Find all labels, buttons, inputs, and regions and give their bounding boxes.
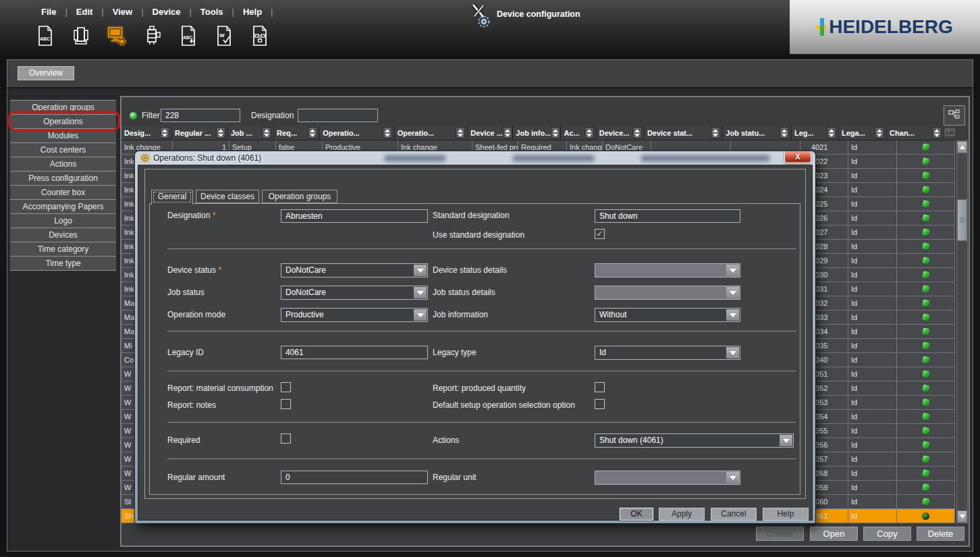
- status-ok-icon: [922, 469, 930, 477]
- designation-filter-input[interactable]: [298, 109, 378, 122]
- sidebar-item-counter-box[interactable]: Counter box: [10, 186, 116, 200]
- standard-designation-input[interactable]: Shut down: [595, 209, 740, 223]
- menu-file[interactable]: File: [32, 5, 65, 18]
- operation-mode-select[interactable]: Productive: [281, 308, 428, 322]
- report-material-checkbox[interactable]: [281, 382, 291, 392]
- legacy-type-select[interactable]: Id: [595, 346, 740, 360]
- delete-button[interactable]: Delete: [917, 527, 964, 541]
- sort-icon[interactable]: [551, 127, 560, 138]
- job-information-select[interactable]: Without: [595, 308, 740, 322]
- overview-button[interactable]: Overview: [18, 66, 74, 80]
- sidebar-item-accompanying-papers[interactable]: Accompanying Papers: [10, 200, 116, 214]
- column-header-0[interactable]: Desig...: [121, 126, 172, 140]
- tree-view-button[interactable]: [944, 105, 965, 126]
- column-header-10[interactable]: Device stat...: [645, 126, 723, 140]
- sort-icon[interactable]: [780, 127, 789, 138]
- sort-icon[interactable]: [383, 127, 392, 138]
- sort-icon[interactable]: [584, 127, 594, 138]
- report-quantity-checkbox[interactable]: [595, 382, 605, 392]
- scroll-up-button[interactable]: [957, 141, 967, 153]
- chevron-down-icon[interactable]: [726, 309, 739, 321]
- default-setup-checkbox[interactable]: [595, 399, 605, 409]
- report-notes-checkbox[interactable]: [281, 399, 291, 409]
- sort-icon[interactable]: [456, 127, 465, 138]
- document-import-icon[interactable]: ABC: [178, 24, 198, 47]
- menu-tools[interactable]: Tools: [192, 5, 232, 18]
- device-icon[interactable]: [142, 24, 163, 47]
- chevron-down-icon[interactable]: [414, 287, 427, 298]
- job-status-select[interactable]: DoNotCare: [281, 286, 428, 300]
- sort-icon[interactable]: [308, 127, 317, 138]
- column-header-7[interactable]: Job info...: [513, 126, 561, 140]
- sort-icon[interactable]: [932, 127, 942, 138]
- tab-device-classes[interactable]: Device classes: [196, 190, 259, 203]
- filter-input[interactable]: 228: [161, 109, 240, 122]
- scroll-down-button[interactable]: [957, 510, 967, 523]
- sidebar-item-logo[interactable]: Logo: [10, 214, 116, 228]
- menu-view[interactable]: View: [104, 5, 141, 18]
- column-header-4[interactable]: Operatio...: [320, 126, 395, 140]
- sort-icon[interactable]: [216, 127, 225, 138]
- legacy-id-input[interactable]: 4061: [281, 346, 428, 359]
- scrollbar-thumb[interactable]: [957, 199, 967, 241]
- column-header-6[interactable]: Device ...: [468, 126, 513, 140]
- sort-icon[interactable]: [160, 127, 169, 138]
- computer-settings-icon[interactable]: [107, 24, 127, 47]
- sidebar-item-operation-groups[interactable]: Operation groups: [10, 101, 116, 115]
- print-queue-icon[interactable]: [71, 24, 91, 47]
- chevron-down-icon[interactable]: [780, 435, 792, 446]
- open-button[interactable]: Open: [810, 527, 858, 541]
- menu-edit[interactable]: Edit: [67, 5, 102, 18]
- tab-general[interactable]: General: [151, 190, 193, 205]
- column-header-8[interactable]: Ac...: [561, 126, 596, 140]
- sidebar-item-press-configuration[interactable]: Press configuration: [10, 171, 116, 186]
- column-header-9[interactable]: Device...: [597, 126, 645, 140]
- sidebar-item-operations[interactable]: Operations: [10, 115, 116, 129]
- device-status-select[interactable]: DoNotCare: [281, 263, 428, 277]
- dialog-title-bar[interactable]: Operations: Shut down (4061) X: [135, 151, 815, 165]
- sidebar-item-modules[interactable]: Modules: [10, 129, 116, 143]
- required-checkbox[interactable]: [281, 433, 291, 444]
- sidebar-item-cost-centers[interactable]: Cost centers: [10, 143, 116, 157]
- apply-button[interactable]: Apply: [659, 508, 705, 521]
- sidebar-item-devices[interactable]: Devices: [10, 228, 116, 242]
- document-abc-icon[interactable]: ABC: [35, 24, 55, 47]
- column-header-11[interactable]: Job statu...: [723, 126, 792, 140]
- column-header-5[interactable]: Operatio...: [395, 126, 468, 140]
- actions-select[interactable]: Shut down (4061): [595, 433, 794, 448]
- sort-icon[interactable]: [262, 127, 271, 138]
- menu-help[interactable]: Help: [234, 5, 271, 18]
- column-header-13[interactable]: Lega...: [839, 126, 887, 140]
- sidebar-item-time-type[interactable]: Time type: [10, 257, 116, 271]
- column-label: Job info...: [516, 129, 551, 137]
- sort-icon[interactable]: [632, 127, 642, 138]
- cancel-button[interactable]: Cancel: [711, 508, 757, 521]
- column-header-1[interactable]: Regular ...: [172, 126, 228, 140]
- column-header-2[interactable]: Job ...: [228, 126, 274, 140]
- close-icon[interactable]: X: [784, 151, 811, 163]
- column-header-12[interactable]: Leg...: [792, 126, 839, 140]
- menu-device[interactable]: Device: [144, 5, 190, 18]
- column-label: Leg...: [794, 129, 814, 137]
- column-header-14[interactable]: Chan...: [887, 126, 944, 140]
- copy-button[interactable]: Copy: [863, 527, 911, 541]
- document-link-icon[interactable]: [250, 24, 270, 47]
- use-standard-checkbox[interactable]: [595, 229, 605, 239]
- sort-icon[interactable]: [503, 127, 512, 138]
- regular-amount-input[interactable]: 0: [281, 471, 428, 484]
- sort-icon[interactable]: [711, 127, 720, 138]
- help-button[interactable]: Help: [763, 508, 809, 521]
- sidebar-item-time-category[interactable]: Time category: [10, 242, 116, 257]
- sort-icon[interactable]: [875, 127, 884, 138]
- ok-button[interactable]: OK: [620, 508, 653, 521]
- chevron-down-icon[interactable]: [414, 265, 427, 276]
- chevron-down-icon[interactable]: [726, 347, 739, 359]
- tab-operation-groups[interactable]: Operation groups: [262, 190, 337, 203]
- document-check-icon[interactable]: W: [214, 24, 234, 47]
- chevron-down-icon[interactable]: [414, 309, 427, 321]
- sort-icon[interactable]: [827, 127, 836, 138]
- sidebar-item-actions[interactable]: Actions: [10, 157, 116, 171]
- designation-input[interactable]: Abruesten: [281, 209, 428, 223]
- vertical-scrollbar[interactable]: [956, 140, 968, 523]
- column-header-3[interactable]: Req...: [274, 126, 320, 140]
